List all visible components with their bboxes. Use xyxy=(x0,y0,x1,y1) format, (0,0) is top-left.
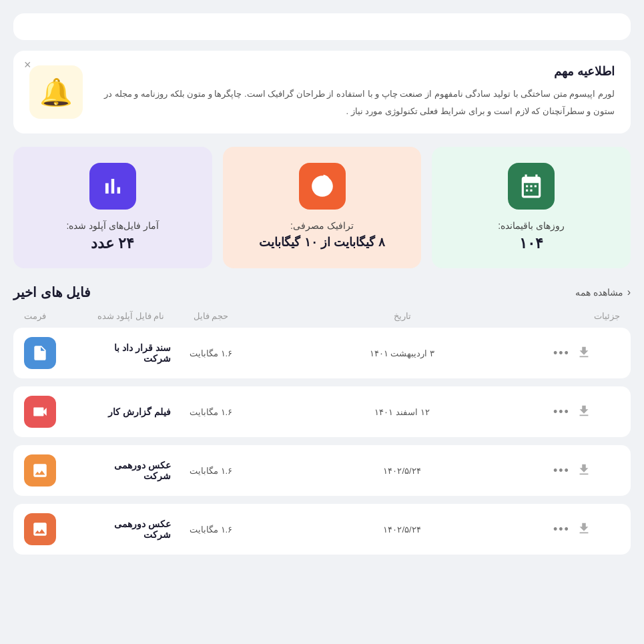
view-all-label: مشاهده همه xyxy=(575,287,623,298)
close-button[interactable]: × xyxy=(24,59,31,71)
file-format-icon-2 xyxy=(24,396,56,428)
stat-card-files: آمار فایل‌های آپلود شده: ۲۴ عدد xyxy=(13,147,212,268)
image-icon xyxy=(31,462,49,479)
file-format-icon-4 xyxy=(24,513,56,545)
download-button[interactable] xyxy=(577,462,591,479)
file-date-4: ۱۴۰۲/۵/۲۴ xyxy=(251,525,553,535)
stat-label-traffic: ترافیک مصرفی: xyxy=(236,220,408,231)
alert-text: لورم اپیسوم متن ساختگی با تولید سادگی نا… xyxy=(93,85,615,120)
file-actions-2: ••• xyxy=(553,404,620,420)
download-button[interactable] xyxy=(577,521,591,538)
alert-icon: 🔔 xyxy=(29,65,83,119)
file-actions-4: ••• xyxy=(553,521,620,538)
stat-label-days: روزهای باقیمانده: xyxy=(445,220,617,231)
bar-chart-icon xyxy=(100,174,125,199)
col-format: فرمت xyxy=(24,311,91,321)
file-name-2: فیلم گزارش کار xyxy=(91,406,171,417)
file-name-1: سند قرار داد با شرکت xyxy=(91,342,171,364)
files-title: فایل های اخیر xyxy=(13,284,91,300)
more-button[interactable]: ••• xyxy=(553,405,570,419)
video-icon xyxy=(31,403,49,420)
stat-card-traffic: ترافیک مصرفی: ۸ گیگابایت از ۱۰ گیگابایت xyxy=(223,147,422,268)
download-button[interactable] xyxy=(577,345,591,362)
file-date-2: ۱۲ اسفند ۱۴۰۱ xyxy=(251,407,553,417)
file-name-4: عکس دورهمی شرکت xyxy=(91,519,171,540)
file-format-icon-3 xyxy=(24,454,56,487)
view-all-link[interactable]: ‹ مشاهده همه xyxy=(575,286,631,298)
stat-value-days: ۱۰۴ xyxy=(445,235,617,252)
stat-value-traffic: ۸ گیگابایت از ۱۰ گیگابایت xyxy=(236,235,408,250)
table-row: ••• ۱۲ اسفند ۱۴۰۱ ۱.۶ مگابایت فیلم گزارش… xyxy=(13,386,631,437)
calendar-icon xyxy=(519,174,544,199)
top-card xyxy=(13,13,631,40)
stat-value-files: ۲۴ عدد xyxy=(27,235,199,252)
chart-pie-icon xyxy=(310,174,335,199)
document-icon xyxy=(31,344,49,362)
file-format-icon-1 xyxy=(24,337,56,369)
chart-pie-icon-wrap xyxy=(299,163,346,210)
stats-grid: روزهای باقیمانده: ۱۰۴ ترافیک مصرفی: ۸ گی… xyxy=(13,147,631,268)
col-name: نام فایل آپلود شده xyxy=(91,311,171,321)
bar-chart-icon-wrap xyxy=(89,163,136,210)
file-size-4: ۱.۶ مگابایت xyxy=(171,525,251,535)
file-size-2: ۱.۶ مگابایت xyxy=(171,407,251,417)
file-actions-1: ••• xyxy=(553,345,620,362)
alert-content: اطلاعیه مهم لورم اپیسوم متن ساختگی با تو… xyxy=(93,64,615,120)
files-header: ‹ مشاهده همه فایل های اخیر xyxy=(13,284,631,300)
col-details: جزئیات xyxy=(553,311,620,321)
file-name-3: عکس دورهمی شرکت xyxy=(91,460,171,481)
col-size: حجم فایل xyxy=(171,311,251,321)
stat-card-days: روزهای باقیمانده: ۱۰۴ xyxy=(432,147,631,268)
file-size-3: ۱.۶ مگابایت xyxy=(171,466,251,476)
image-icon xyxy=(31,521,49,538)
files-section: ‹ مشاهده همه فایل های اخیر جزئیات تاریخ … xyxy=(13,284,631,555)
alert-title: اطلاعیه مهم xyxy=(93,64,615,79)
stat-label-files: آمار فایل‌های آپلود شده: xyxy=(27,220,199,231)
table-row: ••• ۳ اردیبهشت ۱۴۰۱ ۱.۶ مگابایت سند قرار… xyxy=(13,328,631,378)
more-button[interactable]: ••• xyxy=(553,464,570,478)
calendar-icon-wrap xyxy=(508,163,555,210)
download-button[interactable] xyxy=(577,404,591,420)
table-row: ••• ۱۴۰۲/۵/۲۴ ۱.۶ مگابایت عکس دورهمی شرک… xyxy=(13,445,631,496)
col-date: تاریخ xyxy=(251,311,553,321)
file-date-1: ۳ اردیبهشت ۱۴۰۱ xyxy=(251,348,553,358)
more-button[interactable]: ••• xyxy=(553,346,570,360)
table-row: ••• ۱۴۰۲/۵/۲۴ ۱.۶ مگابایت عکس دورهمی شرک… xyxy=(13,504,631,555)
more-button[interactable]: ••• xyxy=(553,523,570,537)
arrow-icon: ‹ xyxy=(627,286,631,298)
file-actions-3: ••• xyxy=(553,462,620,479)
table-header: جزئیات تاریخ حجم فایل نام فایل آپلود شده… xyxy=(13,311,631,328)
file-date-3: ۱۴۰۲/۵/۲۴ xyxy=(251,466,553,476)
alert-card: × اطلاعیه مهم لورم اپیسوم متن ساختگی با … xyxy=(13,51,631,133)
file-size-1: ۱.۶ مگابایت xyxy=(171,348,251,358)
